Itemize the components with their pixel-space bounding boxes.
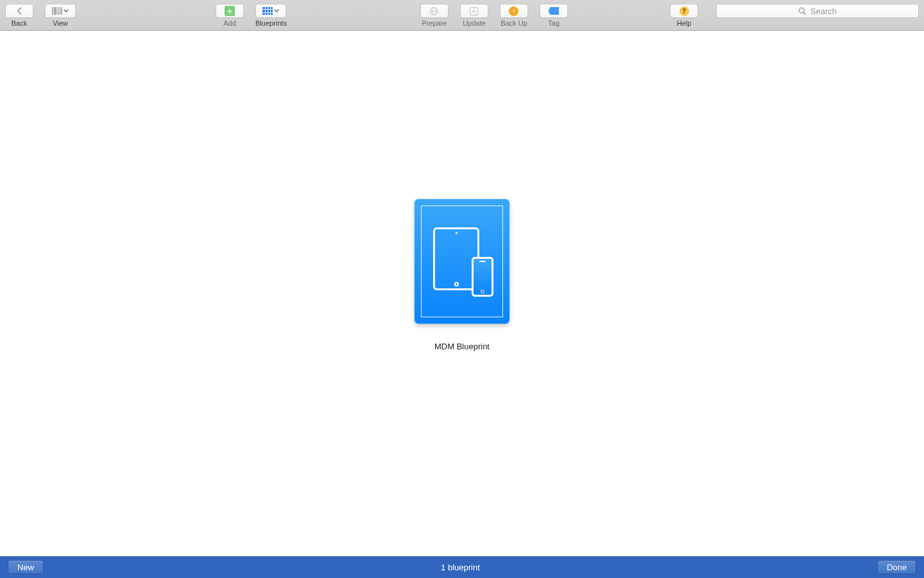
iphone-icon xyxy=(472,257,493,297)
update-button[interactable] xyxy=(460,4,488,18)
toolbar-group-back: Back xyxy=(5,4,33,27)
blueprint-tile-icon xyxy=(415,199,509,324)
chevron-down-icon xyxy=(64,9,69,13)
blueprint-item[interactable]: MDM Blueprint xyxy=(415,199,509,351)
grid-icon xyxy=(262,7,273,15)
toolbar-group-prepare: Prepare xyxy=(420,4,449,27)
download-box-icon xyxy=(469,6,479,16)
tag-label: Tag xyxy=(548,20,560,27)
blueprints-button[interactable] xyxy=(255,4,286,18)
add-button[interactable]: + xyxy=(216,4,244,18)
toolbar-group-update: Update xyxy=(460,4,488,27)
chevron-left-icon xyxy=(17,7,22,15)
tag-icon xyxy=(548,7,559,15)
view-label: View xyxy=(53,20,68,27)
new-button[interactable]: New xyxy=(8,560,44,574)
search-placeholder: Search xyxy=(810,6,837,16)
tag-button[interactable] xyxy=(540,4,568,18)
toolbar-group-search: Search xyxy=(716,4,919,18)
add-label: Add xyxy=(223,20,236,27)
prepare-label: Prepare xyxy=(422,20,447,27)
toolbar: Back View + xyxy=(0,0,924,31)
toolbar-group-help: ? Help xyxy=(670,4,698,27)
update-label: Update xyxy=(463,20,485,27)
search-input[interactable]: Search xyxy=(716,4,919,18)
toolbar-group-blueprints: Blueprints xyxy=(255,4,287,27)
help-label: Help xyxy=(677,20,692,27)
blueprints-label: Blueprints xyxy=(255,20,287,27)
help-button[interactable]: ? xyxy=(670,4,698,18)
status-text: 1 blueprint xyxy=(441,563,480,572)
blueprint-name: MDM Blueprint xyxy=(434,342,490,351)
svg-line-10 xyxy=(803,12,805,14)
bottom-bar: New 1 blueprint Done xyxy=(0,556,924,578)
back-button[interactable] xyxy=(5,4,33,18)
toolbar-group-tag: Tag xyxy=(540,4,568,27)
plus-icon: + xyxy=(225,6,235,16)
backup-button[interactable] xyxy=(500,4,528,18)
toolbar-group-backup: Back Up xyxy=(500,4,528,27)
list-icon xyxy=(52,7,62,15)
done-button[interactable]: Done xyxy=(877,560,916,574)
prepare-button[interactable] xyxy=(420,4,449,18)
toolbar-group-view: View xyxy=(45,4,76,27)
view-button[interactable] xyxy=(45,4,76,18)
search-icon xyxy=(798,7,807,15)
globe-icon xyxy=(429,6,439,16)
help-icon: ? xyxy=(680,6,689,16)
content-area: MDM Blueprint xyxy=(0,31,924,556)
devices-icon xyxy=(433,227,491,295)
chevron-down-icon xyxy=(274,9,279,13)
toolbar-group-add: + Add xyxy=(216,4,244,27)
back-label: Back xyxy=(12,20,27,27)
arrow-up-circle-icon xyxy=(509,6,518,16)
backup-label: Back Up xyxy=(501,20,527,27)
